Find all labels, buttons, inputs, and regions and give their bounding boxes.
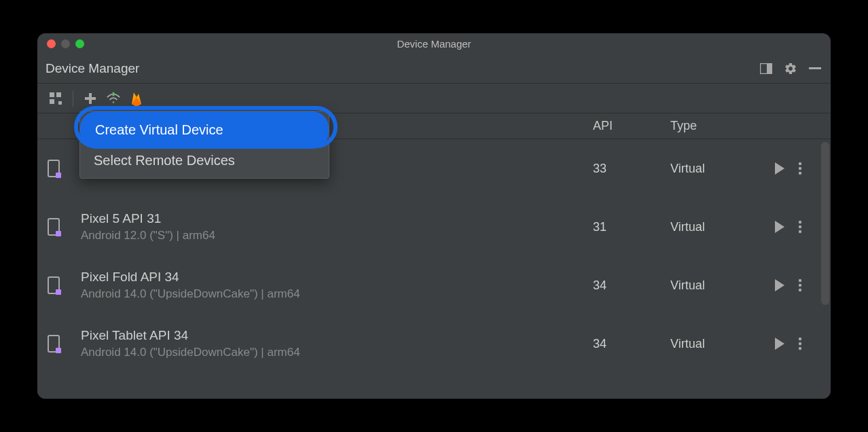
device-type: Virtual <box>665 278 771 293</box>
svg-point-18 <box>799 284 801 287</box>
svg-rect-4 <box>56 92 61 97</box>
svg-point-22 <box>799 347 801 350</box>
phone-icon <box>48 335 60 353</box>
phone-icon <box>48 276 60 294</box>
more-vert-icon[interactable] <box>798 337 802 350</box>
traffic-lights <box>47 39 84 48</box>
device-name: Pixel Tablet API 34 <box>81 328 587 343</box>
device-subtitle: Android 14.0 ("UpsideDownCake") | arm64 <box>81 346 587 359</box>
svg-point-17 <box>799 279 801 282</box>
svg-point-14 <box>799 221 801 223</box>
table-row[interactable]: Pixel Tablet API 34 Android 14.0 ("Upsid… <box>37 314 831 373</box>
select-remote-devices-menuitem[interactable]: Select Remote Devices <box>80 146 329 175</box>
col-api-header[interactable]: API <box>587 119 665 133</box>
svg-rect-5 <box>50 99 54 104</box>
svg-point-11 <box>799 162 801 165</box>
phone-icon <box>48 218 60 236</box>
layout-icon[interactable] <box>46 88 66 109</box>
panel-header: Device Manager <box>37 54 831 84</box>
play-icon[interactable] <box>774 337 786 350</box>
svg-point-13 <box>799 172 801 175</box>
svg-rect-3 <box>50 92 54 97</box>
play-icon[interactable] <box>774 278 786 292</box>
svg-point-19 <box>799 289 801 291</box>
table-row[interactable]: Pixel 5 API 31 Android 12.0 ("S") | arm6… <box>37 198 831 256</box>
play-icon[interactable] <box>774 220 786 234</box>
svg-rect-2 <box>809 67 821 69</box>
titlebar: Device Manager <box>37 33 831 54</box>
more-vert-icon[interactable] <box>798 220 802 234</box>
device-manager-window: Device Manager Device Manager <box>37 33 831 399</box>
svg-point-16 <box>799 230 801 233</box>
svg-point-20 <box>799 338 801 340</box>
table-row[interactable]: Pixel Fold API 34 Android 14.0 ("UpsideD… <box>37 256 831 314</box>
svg-rect-6 <box>58 101 62 105</box>
svg-point-15 <box>799 226 801 228</box>
minimize-window-button[interactable] <box>61 39 70 48</box>
more-vert-icon[interactable] <box>798 162 802 175</box>
device-api: 34 <box>587 337 665 351</box>
svg-rect-1 <box>767 64 772 73</box>
svg-rect-8 <box>85 97 96 100</box>
window-title: Device Manager <box>397 38 471 50</box>
add-device-dropdown: Create Virtual Device Select Remote Devi… <box>79 111 329 179</box>
more-vert-icon[interactable] <box>798 278 802 292</box>
add-device-icon[interactable] <box>80 88 101 109</box>
device-type: Virtual <box>665 162 771 176</box>
device-name: Pixel 5 API 31 <box>81 211 587 226</box>
device-subtitle: Android 12.0 ("S") | arm64 <box>81 229 587 242</box>
svg-rect-10 <box>113 92 115 96</box>
phone-icon <box>48 160 60 177</box>
create-virtual-device-menuitem[interactable]: Create Virtual Device <box>84 115 325 145</box>
device-api: 33 <box>587 162 665 176</box>
svg-point-21 <box>799 342 801 345</box>
toolbar-separator <box>73 90 73 107</box>
scrollbar-thumb[interactable] <box>821 142 829 305</box>
wifi-pair-icon[interactable] <box>103 88 124 109</box>
play-icon[interactable] <box>774 162 786 175</box>
panel-actions <box>759 61 822 76</box>
toolbar: Create Virtual Device Select Remote Devi… <box>37 84 831 113</box>
device-type: Virtual <box>665 220 771 234</box>
device-api: 34 <box>587 278 665 293</box>
hide-icon[interactable] <box>808 61 822 76</box>
device-subtitle: Android 14.0 ("UpsideDownCake") | arm64 <box>81 287 587 301</box>
device-type: Virtual <box>665 337 771 351</box>
panel-title: Device Manager <box>46 61 759 76</box>
zoom-window-button[interactable] <box>75 39 84 48</box>
settings-icon[interactable] <box>783 61 798 76</box>
col-type-header[interactable]: Type <box>665 119 771 133</box>
dock-icon[interactable] <box>759 61 774 76</box>
close-window-button[interactable] <box>47 39 56 48</box>
svg-point-9 <box>113 101 115 103</box>
device-api: 31 <box>587 220 665 234</box>
firebase-icon[interactable] <box>126 88 147 109</box>
svg-point-12 <box>799 167 801 170</box>
device-name: Pixel Fold API 34 <box>81 270 587 285</box>
